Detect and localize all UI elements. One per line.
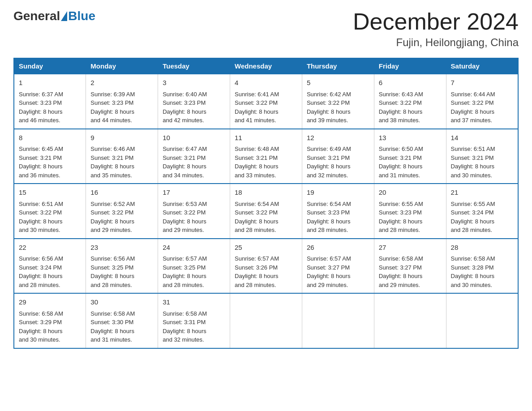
calendar-cell: 5 Sunrise: 6:42 AMSunset: 3:22 PMDayligh… [302, 74, 374, 129]
day-number: 22 [19, 243, 81, 253]
logo-blue-text: Blue [68, 9, 95, 23]
calendar-week-row: 8 Sunrise: 6:45 AMSunset: 3:21 PMDayligh… [14, 129, 518, 184]
day-info: Sunrise: 6:48 AMSunset: 3:21 PMDaylight:… [235, 146, 279, 179]
calendar-cell: 17 Sunrise: 6:53 AMSunset: 3:22 PMDaylig… [158, 184, 230, 239]
location-text: Fujin, Heilongjiang, China [353, 36, 519, 49]
day-info: Sunrise: 6:58 AMSunset: 3:31 PMDaylight:… [163, 310, 207, 343]
calendar-header-tuesday: Tuesday [158, 58, 230, 74]
day-number: 12 [307, 133, 369, 143]
day-number: 17 [163, 188, 225, 198]
calendar-cell: 7 Sunrise: 6:44 AMSunset: 3:22 PMDayligh… [446, 74, 518, 129]
day-number: 26 [307, 243, 369, 253]
calendar-cell: 12 Sunrise: 6:49 AMSunset: 3:21 PMDaylig… [302, 129, 374, 184]
calendar-cell: 15 Sunrise: 6:51 AMSunset: 3:22 PMDaylig… [14, 184, 86, 239]
calendar-cell: 22 Sunrise: 6:56 AMSunset: 3:24 PMDaylig… [14, 239, 86, 294]
calendar-cell: 18 Sunrise: 6:54 AMSunset: 3:22 PMDaylig… [230, 184, 302, 239]
calendar-table: SundayMondayTuesdayWednesdayThursdayFrid… [13, 58, 519, 349]
calendar-header-wednesday: Wednesday [230, 58, 302, 74]
calendar-cell: 31 Sunrise: 6:58 AMSunset: 3:31 PMDaylig… [158, 293, 230, 348]
calendar-cell: 10 Sunrise: 6:47 AMSunset: 3:21 PMDaylig… [158, 129, 230, 184]
calendar-cell: 29 Sunrise: 6:58 AMSunset: 3:29 PMDaylig… [14, 293, 86, 348]
calendar-cell: 28 Sunrise: 6:58 AMSunset: 3:28 PMDaylig… [446, 239, 518, 294]
day-number: 18 [235, 188, 297, 198]
day-info: Sunrise: 6:50 AMSunset: 3:21 PMDaylight:… [379, 146, 423, 179]
calendar-cell: 14 Sunrise: 6:51 AMSunset: 3:21 PMDaylig… [446, 129, 518, 184]
calendar-week-row: 22 Sunrise: 6:56 AMSunset: 3:24 PMDaylig… [14, 239, 518, 294]
calendar-header-monday: Monday [86, 58, 158, 74]
day-number: 4 [235, 78, 297, 88]
day-number: 20 [379, 188, 442, 198]
calendar-cell: 20 Sunrise: 6:55 AMSunset: 3:23 PMDaylig… [374, 184, 446, 239]
calendar-cell: 13 Sunrise: 6:50 AMSunset: 3:21 PMDaylig… [374, 129, 446, 184]
day-number: 3 [163, 78, 225, 88]
day-info: Sunrise: 6:44 AMSunset: 3:22 PMDaylight:… [451, 91, 495, 124]
day-number: 11 [235, 133, 297, 143]
day-info: Sunrise: 6:57 AMSunset: 3:27 PMDaylight:… [307, 255, 351, 288]
day-info: Sunrise: 6:56 AMSunset: 3:24 PMDaylight:… [19, 255, 63, 288]
day-info: Sunrise: 6:58 AMSunset: 3:29 PMDaylight:… [19, 310, 63, 343]
calendar-header-saturday: Saturday [446, 58, 518, 74]
day-info: Sunrise: 6:58 AMSunset: 3:30 PMDaylight:… [90, 310, 135, 343]
day-info: Sunrise: 6:58 AMSunset: 3:28 PMDaylight:… [451, 255, 495, 288]
day-number: 15 [19, 188, 81, 198]
day-info: Sunrise: 6:37 AMSunset: 3:23 PMDaylight:… [19, 91, 63, 124]
day-number: 24 [163, 243, 225, 253]
day-info: Sunrise: 6:56 AMSunset: 3:25 PMDaylight:… [90, 255, 135, 288]
calendar-cell: 25 Sunrise: 6:57 AMSunset: 3:26 PMDaylig… [230, 239, 302, 294]
calendar-cell: 8 Sunrise: 6:45 AMSunset: 3:21 PMDayligh… [14, 129, 86, 184]
day-info: Sunrise: 6:57 AMSunset: 3:25 PMDaylight:… [163, 255, 207, 288]
logo: General Blue [13, 9, 95, 23]
day-number: 9 [90, 133, 153, 143]
day-info: Sunrise: 6:53 AMSunset: 3:22 PMDaylight:… [163, 201, 207, 234]
day-number: 28 [451, 243, 513, 253]
day-info: Sunrise: 6:51 AMSunset: 3:21 PMDaylight:… [451, 146, 495, 179]
page-header: General Blue December 2024 Fujin, Heilon… [13, 9, 519, 49]
day-number: 21 [451, 188, 513, 198]
calendar-cell: 19 Sunrise: 6:54 AMSunset: 3:23 PMDaylig… [302, 184, 374, 239]
calendar-cell: 4 Sunrise: 6:41 AMSunset: 3:22 PMDayligh… [230, 74, 302, 129]
day-info: Sunrise: 6:51 AMSunset: 3:22 PMDaylight:… [19, 201, 63, 234]
day-number: 7 [451, 78, 513, 88]
day-number: 5 [307, 78, 369, 88]
calendar-cell [374, 293, 446, 348]
calendar-cell: 27 Sunrise: 6:58 AMSunset: 3:27 PMDaylig… [374, 239, 446, 294]
title-section: December 2024 Fujin, Heilongjiang, China [353, 9, 519, 49]
logo-triangle-icon [61, 11, 67, 21]
day-number: 6 [379, 78, 442, 88]
calendar-cell: 2 Sunrise: 6:39 AMSunset: 3:23 PMDayligh… [86, 74, 158, 129]
day-info: Sunrise: 6:54 AMSunset: 3:23 PMDaylight:… [307, 201, 351, 234]
calendar-week-row: 1 Sunrise: 6:37 AMSunset: 3:23 PMDayligh… [14, 74, 518, 129]
day-number: 23 [90, 243, 153, 253]
day-number: 13 [379, 133, 442, 143]
calendar-header-sunday: Sunday [14, 58, 86, 74]
calendar-cell: 30 Sunrise: 6:58 AMSunset: 3:30 PMDaylig… [86, 293, 158, 348]
calendar-cell: 26 Sunrise: 6:57 AMSunset: 3:27 PMDaylig… [302, 239, 374, 294]
day-number: 14 [451, 133, 513, 143]
day-number: 2 [90, 78, 153, 88]
calendar-header-row: SundayMondayTuesdayWednesdayThursdayFrid… [14, 58, 518, 74]
day-info: Sunrise: 6:41 AMSunset: 3:22 PMDaylight:… [235, 91, 279, 124]
calendar-cell: 21 Sunrise: 6:55 AMSunset: 3:24 PMDaylig… [446, 184, 518, 239]
calendar-cell: 6 Sunrise: 6:43 AMSunset: 3:22 PMDayligh… [374, 74, 446, 129]
day-number: 27 [379, 243, 442, 253]
day-info: Sunrise: 6:47 AMSunset: 3:21 PMDaylight:… [163, 146, 207, 179]
logo-general-text: General [13, 9, 60, 23]
calendar-cell: 9 Sunrise: 6:46 AMSunset: 3:21 PMDayligh… [86, 129, 158, 184]
calendar-cell: 24 Sunrise: 6:57 AMSunset: 3:25 PMDaylig… [158, 239, 230, 294]
day-info: Sunrise: 6:58 AMSunset: 3:27 PMDaylight:… [379, 255, 423, 288]
day-number: 8 [19, 133, 81, 143]
calendar-cell: 11 Sunrise: 6:48 AMSunset: 3:21 PMDaylig… [230, 129, 302, 184]
day-info: Sunrise: 6:42 AMSunset: 3:22 PMDaylight:… [307, 91, 351, 124]
day-number: 16 [90, 188, 153, 198]
day-info: Sunrise: 6:46 AMSunset: 3:21 PMDaylight:… [90, 146, 135, 179]
calendar-cell [230, 293, 302, 348]
month-title: December 2024 [353, 9, 519, 34]
calendar-week-row: 15 Sunrise: 6:51 AMSunset: 3:22 PMDaylig… [14, 184, 518, 239]
day-number: 31 [163, 297, 225, 308]
calendar-header-friday: Friday [374, 58, 446, 74]
day-info: Sunrise: 6:39 AMSunset: 3:23 PMDaylight:… [90, 91, 135, 124]
day-info: Sunrise: 6:52 AMSunset: 3:22 PMDaylight:… [90, 201, 135, 234]
day-number: 19 [307, 188, 369, 198]
calendar-week-row: 29 Sunrise: 6:58 AMSunset: 3:29 PMDaylig… [14, 293, 518, 348]
day-info: Sunrise: 6:55 AMSunset: 3:23 PMDaylight:… [379, 201, 423, 234]
